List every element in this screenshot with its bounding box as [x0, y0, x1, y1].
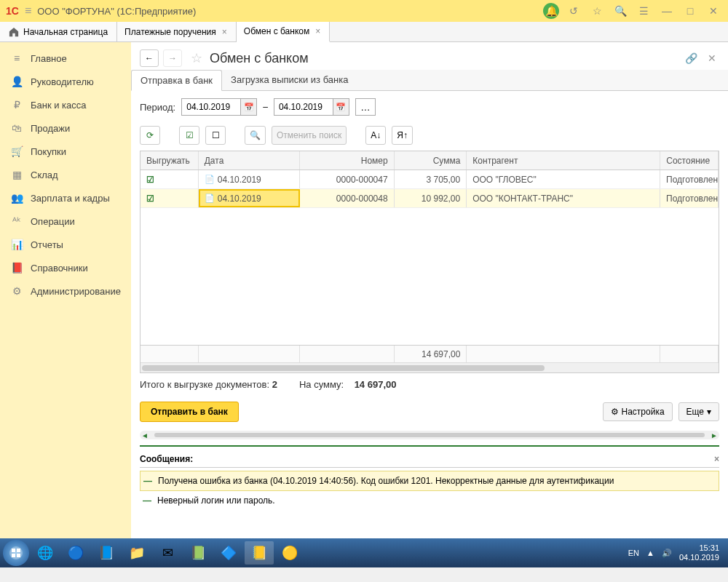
message-item[interactable]: — Получена ошибка из банка (04.10.2019 1…	[140, 471, 719, 491]
summary: Итого к выгрузке документов: 2 На сумму:…	[131, 373, 728, 396]
column-date[interactable]: Дата	[199, 151, 300, 170]
splitter[interactable]: ◄ ►	[140, 431, 719, 439]
taskbar-app-k[interactable]: 🔷	[214, 541, 243, 565]
settings-icon[interactable]: ☰	[635, 2, 652, 20]
sidebar-item-bank[interactable]: ₽Банк и касса	[0, 93, 131, 116]
column-counterparty[interactable]: Контрагент	[467, 151, 660, 170]
history-icon[interactable]: ↺	[565, 2, 582, 20]
checkbox-icon[interactable]: ☑	[146, 175, 154, 185]
sidebar-item-manager[interactable]: 👤Руководителю	[0, 70, 131, 93]
table-footer: 14 697,00	[141, 345, 719, 362]
column-export[interactable]: Выгружать	[141, 151, 199, 170]
favorite-icon[interactable]: ☆	[191, 50, 202, 66]
cancel-search-button[interactable]: Отменить поиск	[272, 126, 347, 145]
taskbar-app-word[interactable]: 📘	[92, 541, 121, 565]
bell-icon[interactable]: 🔔	[543, 3, 559, 19]
sidebar-item-warehouse[interactable]: ▦Склад	[0, 163, 131, 186]
taskbar-app-excel[interactable]: 📗	[183, 541, 213, 565]
sidebar-item-hr[interactable]: 👥Зарплата и кадры	[0, 186, 131, 210]
period-more-button[interactable]: …	[355, 98, 376, 116]
subtab-send[interactable]: Отправка в банк	[131, 70, 222, 91]
column-sum[interactable]: Сумма	[395, 151, 467, 170]
windows-taskbar: 🌐 🔵 📘 📁 ✉ 📗 🔷 📒 🟡 EN ▲ 🔊 15:31 04.10.201…	[0, 538, 728, 567]
close-messages-icon[interactable]: ×	[714, 454, 719, 464]
hamburger-icon[interactable]: ≡	[25, 4, 31, 17]
tray-icon[interactable]: ▲	[646, 549, 654, 557]
sidebar-item-purchases[interactable]: 🛒Покупки	[0, 140, 131, 163]
date-from-input[interactable]	[182, 102, 240, 112]
taskbar-app-mail[interactable]: ✉	[153, 541, 182, 565]
sidebar-item-label: Руководителю	[31, 76, 94, 87]
refresh-button[interactable]: ⟳	[140, 126, 160, 145]
sidebar-item-admin[interactable]: ⚙Администрирование	[0, 279, 131, 303]
star-icon[interactable]: ☆	[588, 2, 606, 20]
sidebar-item-label: Покупки	[31, 146, 66, 157]
column-state[interactable]: Состояние	[660, 151, 719, 170]
sidebar-item-label: Справочники	[31, 263, 88, 274]
dash-icon: —	[143, 476, 152, 486]
send-to-bank-button[interactable]: Отправить в банк	[140, 402, 239, 422]
find-button[interactable]: 🔍	[245, 126, 266, 145]
sidebar-item-operations[interactable]: ᴬᵏОперации	[0, 210, 131, 233]
taskbar-app-yandex[interactable]: 🟡	[275, 541, 304, 565]
date-to[interactable]: 📅	[274, 98, 349, 116]
tab-home[interactable]: Начальная страница	[0, 22, 117, 41]
table-body: ☑ 📄04.10.2019 0000-000047 3 705,00 ООО "…	[141, 170, 719, 345]
uncheck-all-button[interactable]: ☐	[205, 126, 226, 145]
checkbox-icon[interactable]: ☑	[146, 194, 154, 204]
subtab-load[interactable]: Загрузка выписки из банка	[222, 70, 357, 90]
taskbar-app-ie[interactable]: 🌐	[31, 541, 60, 565]
sidebar-item-label: Банк и касса	[31, 100, 87, 111]
taskbar-app-chrome[interactable]: 🔵	[61, 541, 90, 565]
settings-button[interactable]: ⚙Настройка	[603, 402, 673, 421]
close-tab-icon[interactable]: ×	[314, 26, 322, 36]
tab-payments[interactable]: Платежные поручения ×	[117, 22, 237, 41]
more-button[interactable]: Еще ▾	[678, 402, 719, 421]
search-icon[interactable]: 🔍	[612, 2, 629, 20]
sidebar-item-references[interactable]: 📕Справочники	[0, 256, 131, 279]
sidebar-item-label: Продажи	[31, 123, 70, 134]
message-item[interactable]: — Неверный логин или пароль.	[140, 491, 719, 510]
tab-exchange[interactable]: Обмен с банком ×	[237, 22, 330, 42]
windows-icon	[9, 546, 23, 560]
date-to-input[interactable]	[274, 102, 333, 112]
sidebar-item-main[interactable]: ≡Главное	[0, 47, 131, 70]
maximize-icon[interactable]: □	[681, 2, 699, 20]
calendar-icon[interactable]: 📅	[240, 99, 256, 115]
sidebar-item-reports[interactable]: 📊Отчеты	[0, 233, 131, 256]
table-row[interactable]: ☑ 📄04.10.2019 0000-000048 10 992,00 ООО …	[141, 189, 719, 208]
close-icon[interactable]: ✕	[705, 2, 722, 20]
people-icon: 👥	[10, 192, 23, 204]
bag-icon: 🛍	[10, 122, 23, 134]
cell-sum: 3 705,00	[395, 170, 467, 188]
close-page-icon[interactable]: ✕	[705, 49, 719, 67]
system-tray[interactable]: EN ▲ 🔊 15:31 04.10.2019	[628, 543, 725, 562]
forward-button[interactable]: →	[163, 49, 182, 67]
column-number[interactable]: Номер	[300, 151, 395, 170]
ruble-icon: ₽	[10, 99, 23, 111]
check-all-button[interactable]: ☑	[179, 126, 199, 145]
date-from[interactable]: 📅	[181, 98, 257, 116]
person-icon: 👤	[10, 76, 23, 87]
sort-asc-button[interactable]: A↓	[365, 126, 386, 145]
calendar-icon[interactable]: 📅	[333, 99, 349, 115]
horizontal-scrollbar[interactable]	[141, 362, 719, 372]
action-row: Отправить в банк ⚙Настройка Еще ▾	[131, 396, 728, 428]
language-indicator[interactable]: EN	[628, 549, 639, 557]
taskbar-clock[interactable]: 15:31 04.10.2019	[679, 543, 719, 562]
sort-desc-button[interactable]: Я↑	[392, 126, 413, 145]
back-button[interactable]: ←	[140, 49, 159, 67]
sidebar-item-sales[interactable]: 🛍Продажи	[0, 116, 131, 140]
period-dash: –	[263, 102, 268, 112]
minimize-icon[interactable]: —	[658, 2, 676, 20]
sound-icon[interactable]: 🔊	[662, 549, 672, 558]
close-tab-icon[interactable]: ×	[221, 27, 229, 37]
taskbar-app-1c[interactable]: 📒	[245, 541, 274, 565]
start-button[interactable]	[3, 540, 29, 566]
summary-docs-count: 2	[272, 379, 277, 390]
taskbar-app-folder[interactable]: 📁	[122, 541, 151, 565]
link-icon[interactable]: 🔗	[682, 49, 700, 67]
cell-sum: 10 992,00	[395, 189, 467, 207]
table-row[interactable]: ☑ 📄04.10.2019 0000-000047 3 705,00 ООО "…	[141, 170, 719, 189]
cell-date: 04.10.2019	[218, 175, 261, 185]
